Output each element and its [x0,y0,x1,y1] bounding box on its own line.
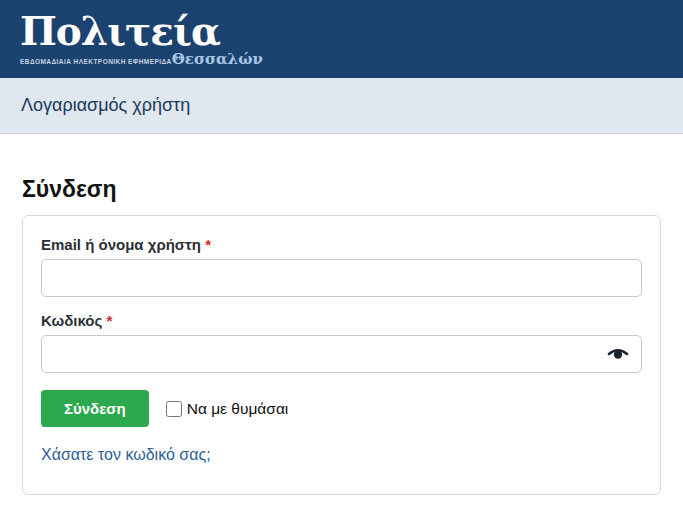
required-marker: * [106,312,112,329]
site-logo[interactable]: Πολιτεία ΕΒΔΟΜΑΔΙΑΙΑ ΗΛΕΚΤΡΟΝΙΚΗ ΕΦΗΜΕΡΙ… [20,11,263,68]
email-field[interactable] [41,259,642,297]
login-submit-button[interactable]: Σύνδεση [41,390,149,427]
site-header: Πολιτεία ΕΒΔΟΜΑΔΙΑΙΑ ΗΛΕΚΤΡΟΝΙΚΗ ΕΦΗΜΕΡΙ… [0,0,683,78]
password-label-text: Κωδικός [41,312,102,329]
page-title: Λογαριασμός χρήστη [21,95,190,116]
password-visibility-toggle[interactable] [604,342,632,366]
forgot-password-link[interactable]: Χάσατε τον κωδικό σας; [41,446,211,464]
remember-me[interactable]: Να με θυμάσαι [166,400,289,418]
logo-subtitle: ΕΒΔΟΜΑΔΙΑΙΑ ΗΛΕΚΤΡΟΝΙΚΗ ΕΦΗΜΕΡΙΔΑ [20,59,172,66]
actions-row: Σύνδεση Να με θυμάσαι [41,390,642,427]
required-marker: * [205,236,211,253]
email-label: Email ή όνομα χρήστη * [41,236,642,253]
eye-icon [606,345,630,363]
remember-me-label: Να με θυμάσαι [187,400,289,418]
password-form-item: Κωδικός * [41,312,642,373]
email-label-text: Email ή όνομα χρήστη [41,236,201,253]
logo-bottom-row: ΕΒΔΟΜΑΔΙΑΙΑ ΗΛΕΚΤΡΟΝΙΚΗ ΕΦΗΜΕΡΙΔΑ Θεσσαλ… [20,52,263,67]
login-form-card: Email ή όνομα χρήστη * Κωδικός * [22,215,661,495]
logo-region: Θεσσαλών [172,52,263,67]
remember-me-checkbox[interactable] [166,401,182,417]
page-title-bar: Λογαριασμός χρήστη [0,78,683,134]
password-field[interactable] [41,335,642,373]
main-content: Σύνδεση Email ή όνομα χρήστη * Κωδικός * [0,176,683,495]
logo-wordmark: Πολιτεία [20,11,263,52]
email-form-item: Email ή όνομα χρήστη * [41,236,642,297]
password-label: Κωδικός * [41,312,642,329]
login-heading: Σύνδεση [22,176,661,203]
password-wrapper [41,335,642,373]
